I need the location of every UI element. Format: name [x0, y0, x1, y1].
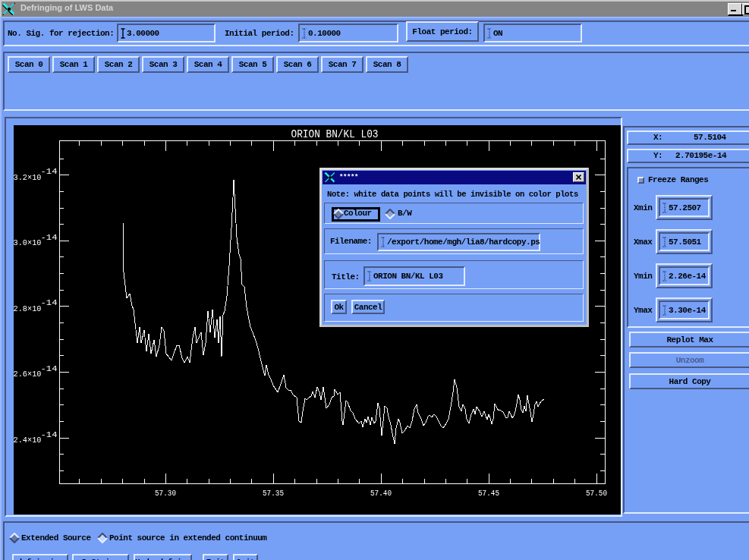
svg-text:2.6×10: 2.6×10 [14, 369, 42, 379]
svg-text:-14: -14 [41, 364, 58, 373]
svg-text:3.2×10: 3.2×10 [14, 172, 42, 182]
svg-text:3.0×10: 3.0×10 [14, 238, 42, 247]
svg-text:-14: -14 [41, 430, 58, 439]
svg-text:57.40: 57.40 [370, 489, 392, 498]
svg-text:ORION BN/KL L03: ORION BN/KL L03 [291, 128, 379, 140]
svg-text:2.4×10: 2.4×10 [14, 435, 42, 445]
svg-text:-14: -14 [41, 167, 58, 176]
svg-text:57.30: 57.30 [155, 489, 176, 498]
svg-text:-14: -14 [41, 298, 58, 307]
svg-text:57.50: 57.50 [586, 489, 607, 498]
svg-text:2.8×10: 2.8×10 [14, 304, 42, 313]
svg-text:-14: -14 [41, 233, 58, 242]
svg-text:57.35: 57.35 [263, 489, 284, 498]
svg-text:57.45: 57.45 [478, 489, 499, 498]
